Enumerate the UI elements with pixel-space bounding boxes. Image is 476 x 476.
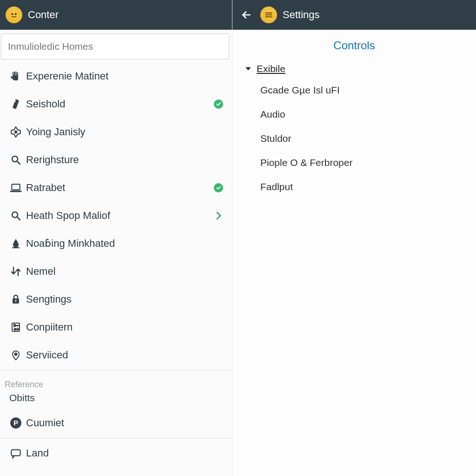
list-item-label: Seishold bbox=[25, 98, 212, 110]
list-item-label: Rerighsture bbox=[25, 154, 212, 166]
list-item[interactable]: Noaɓing Minkhated bbox=[0, 230, 232, 258]
list-item-label: Heath Spop Maliof bbox=[25, 210, 212, 222]
svg-point-0 bbox=[12, 13, 13, 15]
list-item[interactable]: +−×÷Conpiitern bbox=[0, 313, 232, 341]
svg-point-4 bbox=[15, 131, 17, 133]
list-item[interactable]: Ratrabet bbox=[0, 174, 232, 202]
right-topbar: Settings bbox=[232, 0, 476, 30]
list-item-label: Conpiitern bbox=[25, 321, 212, 333]
settings-logo-icon bbox=[260, 7, 277, 23]
list-item-label: Ratrabet bbox=[25, 182, 212, 194]
svg-rect-10 bbox=[15, 300, 16, 302]
detail-header: Controls bbox=[232, 30, 476, 57]
svg-text:×: × bbox=[14, 327, 16, 331]
chevron-right-icon bbox=[213, 210, 224, 221]
pcircle-icon: P bbox=[7, 417, 25, 429]
settings-option[interactable]: Fadlput bbox=[244, 175, 465, 199]
list-item-label: Experenie Matinet bbox=[25, 70, 212, 82]
divider bbox=[0, 370, 232, 370]
svg-text:P: P bbox=[13, 419, 18, 427]
left-pane: Conter Experenie MatinetSeisholdYoing Ja… bbox=[0, 0, 232, 476]
right-pane: Settings Controls Exibile Gcade Gµe Isl … bbox=[232, 0, 476, 476]
list-item-label: Serviiced bbox=[25, 349, 212, 361]
lock-icon bbox=[7, 294, 25, 305]
tag-icon bbox=[7, 126, 25, 138]
list-item-label: Sengtings bbox=[25, 293, 212, 305]
list-item[interactable]: Sengtings bbox=[0, 285, 232, 313]
app-logo-icon bbox=[6, 7, 22, 23]
svg-rect-6 bbox=[12, 184, 20, 190]
svg-text:÷: ÷ bbox=[17, 327, 19, 331]
list-item[interactable]: Serviiced bbox=[0, 341, 232, 369]
search-container bbox=[1, 33, 229, 60]
list-item-label: Nemel bbox=[25, 265, 212, 278]
section-subline: Obitts bbox=[0, 392, 232, 409]
svg-point-1 bbox=[15, 13, 16, 15]
list-item[interactable]: Yoing Janisly bbox=[0, 118, 232, 146]
settings-option[interactable]: Piople O & Ferbroper bbox=[244, 151, 465, 175]
drop-icon bbox=[7, 238, 25, 249]
group-toggle[interactable]: Exibile bbox=[244, 60, 465, 78]
list-item-label: Land bbox=[25, 447, 212, 459]
chat-icon bbox=[7, 447, 25, 459]
left-list: Experenie MatinetSeisholdYoing JanislyRe… bbox=[0, 62, 232, 476]
svg-point-16 bbox=[15, 353, 17, 356]
svg-point-3 bbox=[15, 101, 16, 102]
list-item-label: Cuumiet bbox=[25, 417, 212, 429]
settings-group: Exibile Gcade Gµe Isl uFIAudioStuldorPio… bbox=[232, 57, 476, 202]
calc-icon: +−×÷ bbox=[7, 322, 25, 333]
list-item-trail bbox=[212, 210, 225, 221]
check-icon bbox=[214, 99, 223, 109]
right-title: Settings bbox=[283, 9, 320, 21]
settings-option[interactable]: Stuldor bbox=[244, 126, 465, 151]
list-item-trail bbox=[212, 99, 225, 109]
list-item[interactable]: Experenie Matinet bbox=[0, 62, 232, 90]
settings-option[interactable]: Audio bbox=[244, 102, 465, 126]
svg-rect-2 bbox=[13, 99, 19, 109]
settings-option[interactable]: Gcade Gµe Isl uFI bbox=[244, 78, 465, 102]
left-topbar: Conter bbox=[0, 0, 232, 30]
list-item-label: Noaɓing Minkhated bbox=[25, 238, 212, 250]
list-item[interactable]: PCuumiet bbox=[0, 409, 232, 437]
pin-icon bbox=[7, 350, 25, 361]
group-options: Gcade Gµe Isl uFIAudioStuldorPiople O & … bbox=[244, 78, 465, 199]
list-item[interactable]: Heath Spop Maliof bbox=[0, 202, 232, 230]
list-item-label: Yoing Janisly bbox=[25, 126, 212, 138]
hand-icon bbox=[7, 71, 25, 82]
list-item[interactable]: Seishold bbox=[0, 90, 232, 118]
divider bbox=[0, 438, 232, 438]
check-icon bbox=[214, 183, 223, 192]
list-item[interactable]: Rerighsture bbox=[0, 146, 232, 174]
search-icon bbox=[7, 154, 25, 165]
swap-icon bbox=[7, 266, 25, 277]
svg-rect-19 bbox=[11, 450, 20, 456]
back-button[interactable] bbox=[238, 7, 255, 23]
svg-rect-8 bbox=[12, 247, 20, 248]
search-icon bbox=[7, 210, 25, 221]
section-header: Reference bbox=[0, 371, 232, 392]
search-input[interactable] bbox=[1, 33, 229, 60]
laptop-icon bbox=[7, 182, 25, 194]
remote-icon bbox=[7, 99, 25, 110]
group-title: Exibile bbox=[257, 63, 285, 74]
list-item[interactable]: Land bbox=[0, 439, 232, 467]
left-title: Conter bbox=[28, 9, 59, 21]
caret-down-icon bbox=[244, 64, 253, 73]
list-item[interactable]: Nemel bbox=[0, 258, 232, 285]
list-item-trail bbox=[212, 183, 225, 192]
